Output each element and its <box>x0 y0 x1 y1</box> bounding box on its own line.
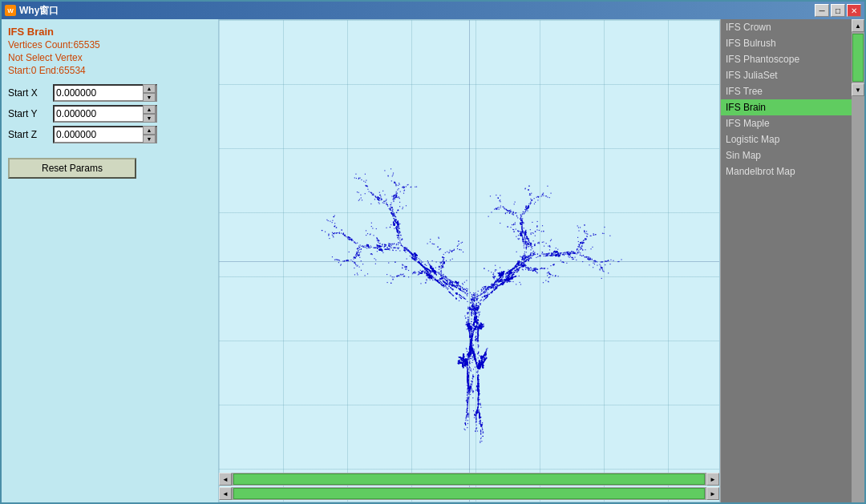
maximize-button[interactable]: □ <box>831 4 845 17</box>
svg-rect-1082 <box>396 244 397 245</box>
svg-rect-7700 <box>488 287 488 288</box>
start-y-up[interactable]: ▲ <box>143 105 156 114</box>
vertical-scrollbar[interactable]: ▲ ▼ <box>852 19 864 502</box>
horizontal-scrollbar-1[interactable]: ◄ ► <box>219 473 719 486</box>
svg-rect-5911 <box>473 314 474 315</box>
scroll-thumb-v[interactable] <box>852 34 864 82</box>
minimize-button[interactable]: ─ <box>815 4 829 17</box>
scroll-left-2[interactable]: ◄ <box>219 487 232 500</box>
scroll-right-2[interactable]: ► <box>706 487 719 500</box>
svg-rect-8173 <box>586 238 587 239</box>
svg-rect-8305 <box>471 342 471 343</box>
list-item-1[interactable]: IFS Bulrush <box>721 35 852 51</box>
scroll-up-btn[interactable]: ▲ <box>852 19 864 32</box>
svg-rect-4697 <box>583 255 584 256</box>
start-x-input[interactable] <box>55 87 143 99</box>
scroll-right-1[interactable]: ► <box>706 473 719 486</box>
svg-rect-7367 <box>479 326 480 327</box>
svg-rect-6221 <box>484 357 485 358</box>
svg-rect-8047 <box>467 372 467 373</box>
svg-rect-7982 <box>471 330 471 331</box>
svg-rect-3331 <box>334 260 335 260</box>
svg-rect-6871 <box>523 256 524 256</box>
list-item-6[interactable]: IFS Maple <box>721 115 852 131</box>
svg-rect-7451 <box>478 401 479 401</box>
svg-rect-5774 <box>399 206 400 207</box>
scroll-down-btn[interactable]: ▼ <box>852 83 864 96</box>
svg-rect-8030 <box>485 297 486 298</box>
svg-rect-8268 <box>474 320 475 321</box>
svg-rect-6803 <box>452 285 453 286</box>
start-x-input-wrap: ▲ ▼ <box>53 84 157 102</box>
svg-rect-7639 <box>344 235 345 236</box>
start-y-input[interactable] <box>55 108 143 119</box>
svg-rect-8093 <box>595 234 596 235</box>
svg-rect-4133 <box>478 291 479 292</box>
start-z-up[interactable]: ▲ <box>143 126 156 135</box>
svg-rect-8078 <box>510 272 511 273</box>
svg-rect-6809 <box>512 213 512 214</box>
svg-rect-5038 <box>548 254 548 255</box>
svg-rect-7046 <box>422 262 423 263</box>
start-z-input[interactable] <box>55 129 143 140</box>
svg-rect-6335 <box>480 431 481 432</box>
svg-rect-8299 <box>475 317 476 317</box>
svg-rect-6600 <box>393 199 394 200</box>
svg-rect-8192 <box>480 367 480 368</box>
svg-rect-4340 <box>443 277 444 278</box>
svg-rect-5210 <box>520 264 520 265</box>
list-item-4[interactable]: IFS Tree <box>721 83 852 99</box>
start-y-label: Start Y <box>8 108 48 119</box>
svg-rect-3370 <box>471 369 471 369</box>
svg-rect-7649 <box>471 299 472 300</box>
svg-rect-7077 <box>549 276 550 277</box>
svg-rect-694 <box>442 264 443 264</box>
svg-rect-7521 <box>461 296 462 297</box>
reset-params-button[interactable]: Reset Params <box>8 158 136 179</box>
list-item-2[interactable]: IFS Phantoscope <box>721 51 852 67</box>
start-y-down[interactable]: ▼ <box>143 114 156 123</box>
svg-rect-5777 <box>462 288 463 288</box>
start-x-down[interactable]: ▼ <box>143 93 156 102</box>
start-x-up[interactable]: ▲ <box>143 84 156 93</box>
svg-rect-7627 <box>468 322 469 323</box>
start-z-down[interactable]: ▼ <box>143 135 156 143</box>
svg-rect-8289 <box>475 327 476 328</box>
horizontal-scrollbar-2[interactable]: ◄ ► <box>219 487 719 500</box>
close-button[interactable]: ✕ <box>847 4 861 17</box>
svg-rect-6102 <box>535 236 536 236</box>
svg-rect-6420 <box>389 208 390 209</box>
scroll-thumb-h-1[interactable] <box>233 474 705 485</box>
svg-rect-5097 <box>439 238 439 239</box>
svg-rect-5459 <box>362 200 362 200</box>
svg-rect-1371 <box>393 200 394 200</box>
svg-rect-1909 <box>466 294 467 295</box>
list-item-8[interactable]: Sin Map <box>721 147 852 163</box>
list-item-3[interactable]: IFS JuliaSet <box>721 67 852 83</box>
svg-rect-6385 <box>516 264 517 264</box>
svg-rect-6367 <box>358 252 358 252</box>
scroll-left-1[interactable]: ◄ <box>219 473 232 486</box>
svg-rect-7383 <box>399 231 399 232</box>
list-item-7[interactable]: Logistic Map <box>721 131 852 147</box>
svg-rect-4825 <box>459 360 460 361</box>
list-item-9[interactable]: Mandelbrot Map <box>721 163 852 179</box>
svg-rect-6144 <box>397 227 398 228</box>
scroll-thumb-h-2[interactable] <box>233 488 705 499</box>
svg-rect-1894 <box>458 364 459 365</box>
svg-rect-4627 <box>483 325 484 326</box>
svg-rect-7598 <box>465 289 466 290</box>
svg-rect-5027 <box>361 270 362 271</box>
list-item-0[interactable]: IFS Crown <box>721 19 852 35</box>
svg-rect-134 <box>447 252 447 252</box>
svg-rect-8230 <box>477 327 478 328</box>
svg-rect-5611 <box>490 288 491 288</box>
svg-rect-7952 <box>381 250 382 251</box>
svg-rect-7845 <box>397 276 398 276</box>
svg-rect-7022 <box>559 255 560 256</box>
svg-rect-3166 <box>544 246 544 247</box>
svg-rect-4831 <box>483 300 484 301</box>
svg-rect-8040 <box>473 292 474 293</box>
svg-rect-2998 <box>467 307 468 308</box>
list-item-5[interactable]: IFS Brain <box>721 99 852 115</box>
